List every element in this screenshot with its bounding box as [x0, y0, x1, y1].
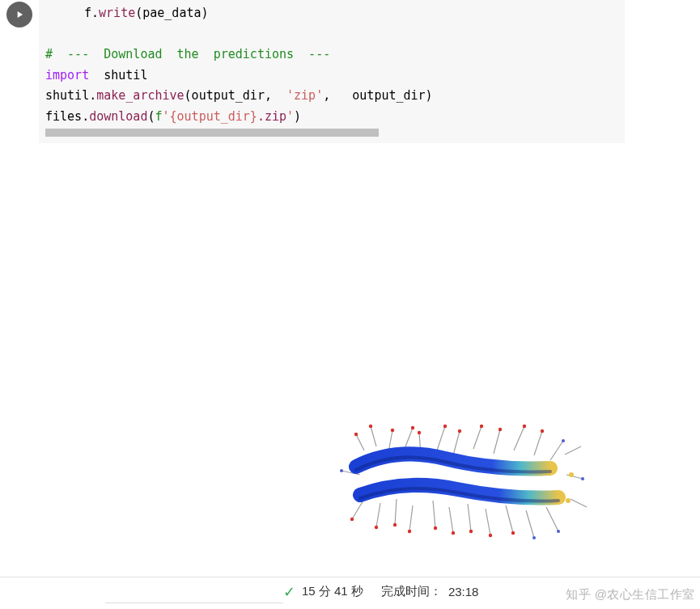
svg-point-4 — [418, 431, 421, 434]
svg-point-11 — [350, 518, 354, 521]
code-editor[interactable]: f.write(pae_data) # --- Download the pre… — [39, 0, 625, 143]
svg-point-20 — [340, 469, 343, 472]
code-line: # --- Download the predictions --- — [45, 44, 618, 66]
svg-point-26 — [566, 498, 571, 503]
code-line: files.download(f'{output_dir}.zip') — [45, 107, 618, 128]
protein-render-icon — [332, 402, 591, 564]
completion-time: 23:18 — [448, 585, 479, 598]
code-line: shutil.make_archive(output_dir, 'zip', o… — [45, 86, 618, 107]
svg-point-1 — [369, 425, 372, 428]
code-line: f.write(pae_data) — [45, 3, 618, 24]
code-line-blank — [45, 24, 618, 45]
svg-point-2 — [391, 429, 394, 432]
code-cell: f.write(pae_data) # --- Download the pre… — [0, 0, 700, 143]
svg-point-15 — [434, 527, 437, 530]
code-line: import shutil — [45, 66, 618, 87]
run-cell-button[interactable] — [6, 2, 32, 27]
svg-point-0 — [354, 433, 358, 436]
svg-point-23 — [532, 536, 536, 539]
svg-point-13 — [393, 523, 397, 527]
svg-point-21 — [562, 439, 565, 442]
horizontal-scrollbar[interactable] — [45, 129, 379, 137]
completion-label: 完成时间： — [381, 584, 442, 599]
svg-point-19 — [511, 531, 515, 535]
svg-point-12 — [375, 526, 378, 529]
svg-point-5 — [443, 425, 447, 428]
svg-point-25 — [569, 472, 574, 477]
status-divider — [105, 603, 283, 609]
cell-output — [0, 143, 700, 564]
svg-point-24 — [557, 530, 560, 533]
success-check-icon: ✓ — [283, 583, 295, 601]
svg-point-8 — [498, 428, 502, 431]
svg-point-9 — [523, 425, 526, 428]
svg-point-17 — [469, 530, 473, 533]
play-icon — [14, 9, 25, 20]
svg-point-10 — [541, 429, 544, 433]
svg-point-14 — [408, 530, 411, 533]
svg-point-3 — [411, 426, 414, 429]
svg-point-6 — [458, 429, 461, 433]
svg-point-7 — [480, 425, 483, 428]
svg-point-22 — [581, 477, 584, 480]
svg-point-18 — [489, 534, 492, 537]
svg-point-16 — [452, 531, 455, 535]
cell-gutter — [0, 0, 39, 143]
protein-structure-viewer[interactable] — [332, 402, 591, 564]
execution-duration: 15 分 41 秒 — [302, 584, 363, 599]
execution-status-bar: ✓ 15 分 41 秒 完成时间： 23:18 — [0, 577, 700, 606]
